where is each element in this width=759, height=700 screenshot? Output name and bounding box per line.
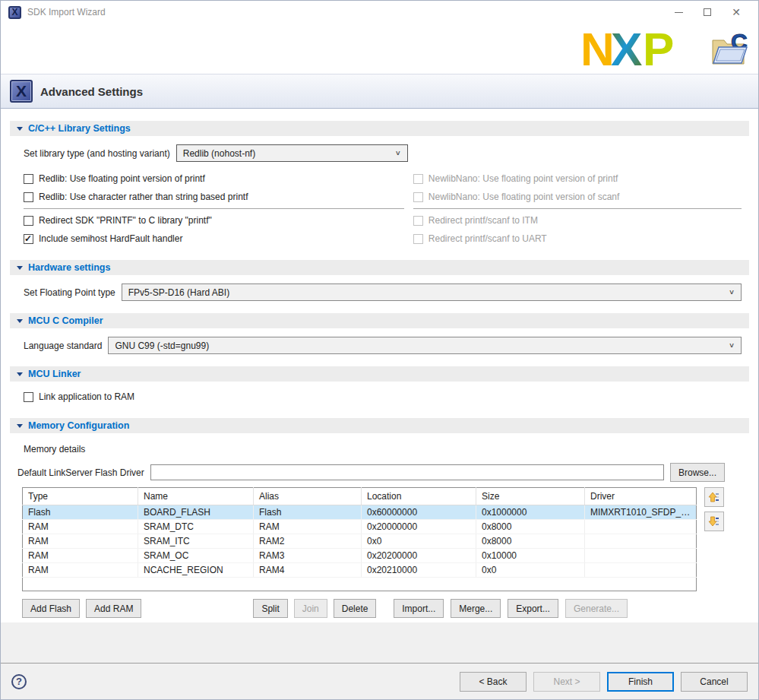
- flash-driver-input[interactable]: [150, 464, 664, 480]
- checkbox-redlib-char-printf[interactable]: Redlib: Use character rather than string…: [24, 188, 404, 206]
- move-down-button[interactable]: [704, 512, 724, 531]
- next-button: Next >: [533, 672, 600, 692]
- cell-size: 0x8000: [476, 534, 585, 549]
- section-linker-header[interactable]: MCU Linker: [10, 366, 749, 382]
- cell-type: RAM: [23, 534, 138, 549]
- library-type-label: Set library type (and hosting variant): [24, 148, 170, 159]
- chevron-down-icon: ∨: [729, 288, 735, 296]
- cell-driver: MIMXRT1010_SFDP_QS...: [585, 505, 697, 520]
- section-library-header[interactable]: C/C++ Library Settings: [10, 121, 749, 136]
- checkbox-link-application-to-ram[interactable]: Link application to RAM: [24, 388, 742, 406]
- window-title: SDK Import Wizard: [27, 7, 106, 17]
- page-title: Advanced Settings: [40, 85, 143, 98]
- section-memory-header[interactable]: Memory Configuration: [10, 418, 749, 433]
- checkbox-newlibnano-float-scanf: NewlibNano: Use floating point version o…: [413, 188, 742, 206]
- cell-location: 0x0: [362, 534, 476, 549]
- add-ram-button[interactable]: Add RAM: [86, 599, 141, 618]
- cell-size: 0x8000: [476, 520, 585, 534]
- advanced-settings-icon: X: [10, 80, 33, 103]
- checkbox-newlibnano-float-printf: NewlibNano: Use floating point version o…: [413, 169, 742, 188]
- join-button: Join: [294, 599, 327, 618]
- cancel-button[interactable]: Cancel: [681, 672, 748, 692]
- cell-location: 0x60000000: [362, 505, 476, 520]
- cell-driver: [585, 534, 697, 549]
- checkbox-box: [24, 174, 33, 184]
- export-button[interactable]: Export...: [508, 599, 558, 618]
- checkbox-redirect-uart: Redirect printf/scanf to UART: [413, 230, 742, 248]
- delete-button[interactable]: Delete: [334, 599, 377, 618]
- section-compiler-header[interactable]: MCU C Compiler: [10, 313, 749, 328]
- cell-size: 0x10000: [476, 549, 585, 563]
- add-flash-button[interactable]: Add Flash: [22, 599, 80, 618]
- generate-button: Generate...: [565, 599, 628, 618]
- memory-details-label: Memory details: [24, 444, 742, 455]
- checkbox-semihost-hardfault[interactable]: Include semihost HardFault handler: [24, 230, 404, 248]
- column-header-type[interactable]: Type: [23, 488, 138, 505]
- move-down-icon: [708, 515, 720, 527]
- checkbox-label: NewlibNano: Use floating point version o…: [429, 173, 618, 184]
- checkbox-box: [413, 174, 423, 184]
- page-header: X Advanced Settings: [1, 74, 758, 109]
- collapse-icon: [17, 266, 23, 270]
- checkbox-redirect-sdk-printf[interactable]: Redirect SDK "PRINTF" to C library "prin…: [24, 211, 404, 230]
- library-type-select[interactable]: Redlib (nohost-nf) ∨: [176, 144, 408, 162]
- svg-text:X: X: [611, 27, 642, 71]
- table-row[interactable]: RAM SRAM_OC RAM3 0x20200000 0x10000: [23, 549, 697, 563]
- column-header-size[interactable]: Size: [476, 488, 585, 505]
- maximize-button[interactable]: [693, 2, 722, 22]
- cell-name: NCACHE_REGION: [138, 563, 254, 578]
- floating-point-value: FPv5-SP-D16 (Hard ABI): [128, 287, 229, 298]
- close-icon: ✕: [732, 7, 741, 17]
- split-button[interactable]: Split: [253, 599, 287, 618]
- cell-location: 0x20200000: [362, 549, 476, 563]
- window-controls: ✕: [664, 2, 751, 22]
- table-row[interactable]: RAM SRAM_ITC RAM2 0x0 0x8000: [23, 534, 697, 549]
- cell-type: Flash: [23, 505, 138, 520]
- import-button[interactable]: Import...: [394, 599, 444, 618]
- checkbox-box: [24, 234, 33, 244]
- floating-point-label: Set Floating Point type: [24, 287, 115, 298]
- checkbox-label: Redlib: Use character rather than string…: [39, 192, 248, 202]
- finish-button[interactable]: Finish: [607, 672, 674, 692]
- section-memory-title: Memory Configuration: [28, 420, 129, 431]
- move-up-icon: [708, 491, 720, 503]
- table-row[interactable]: RAM SRAM_DTC RAM 0x20000000 0x8000: [23, 520, 697, 534]
- memory-table: Type Name Alias Location Size Driver Fla…: [22, 487, 697, 591]
- move-up-button[interactable]: [704, 487, 724, 507]
- back-button[interactable]: < Back: [460, 672, 527, 692]
- checkbox-label: Redirect SDK "PRINTF" to C library "prin…: [39, 215, 212, 226]
- column-header-name[interactable]: Name: [138, 488, 254, 505]
- memory-table-header-row: Type Name Alias Location Size Driver: [23, 488, 697, 505]
- column-header-driver[interactable]: Driver: [585, 488, 697, 505]
- cell-location: 0x20210000: [362, 563, 476, 578]
- table-empty-row: [23, 578, 697, 591]
- cell-name: BOARD_FLASH: [138, 505, 254, 520]
- table-row[interactable]: Flash BOARD_FLASH Flash 0x60000000 0x100…: [23, 505, 697, 520]
- column-header-alias[interactable]: Alias: [254, 488, 362, 505]
- close-button[interactable]: ✕: [722, 2, 751, 22]
- app-icon: X: [8, 6, 21, 19]
- nxp-logo: N X P: [580, 27, 704, 71]
- cell-name: SRAM_DTC: [138, 520, 254, 534]
- svg-text:N: N: [580, 27, 615, 71]
- library-checkbox-column-left: Redlib: Use floating point version of pr…: [24, 169, 404, 248]
- cell-alias: RAM4: [254, 563, 362, 578]
- cell-size: 0x1000000: [476, 505, 585, 520]
- checkbox-label: Redirect printf/scanf to UART: [429, 233, 547, 244]
- section-hardware-header[interactable]: Hardware settings: [10, 260, 749, 275]
- help-button[interactable]: ?: [11, 674, 27, 689]
- section-library-title: C/C++ Library Settings: [28, 123, 131, 134]
- floating-point-select[interactable]: FPv5-SP-D16 (Hard ABI) ∨: [122, 283, 742, 301]
- column-header-location[interactable]: Location: [362, 488, 476, 505]
- svg-text:P: P: [643, 27, 674, 71]
- browse-button[interactable]: Browse...: [670, 463, 725, 482]
- cell-name: SRAM_ITC: [138, 534, 254, 549]
- cell-name: SRAM_OC: [138, 549, 254, 563]
- merge-button[interactable]: Merge...: [451, 599, 501, 618]
- table-row[interactable]: RAM NCACHE_REGION RAM4 0x20210000 0x0: [23, 563, 697, 578]
- cell-alias: Flash: [254, 505, 362, 520]
- checkbox-redlib-float-printf[interactable]: Redlib: Use floating point version of pr…: [24, 169, 404, 188]
- minimize-button[interactable]: [664, 2, 693, 22]
- cell-driver: [585, 520, 697, 534]
- language-standard-select[interactable]: GNU C99 (-std=gnu99) ∨: [108, 337, 742, 354]
